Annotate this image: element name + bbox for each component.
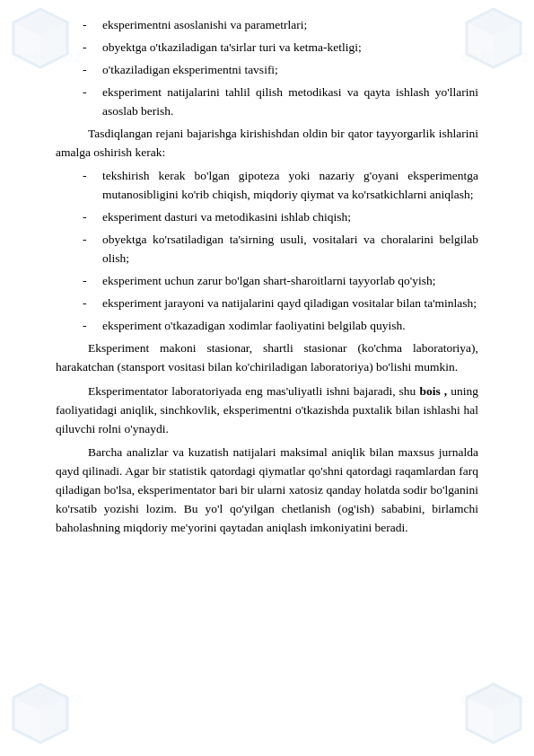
list-item: - eksperimentni asoslanishi va parametrl… [56,16,478,35]
svg-marker-9 [13,684,67,711]
bullet-dash: - [83,167,99,186]
bullet-dash: - [83,231,99,250]
paragraph-4: Barcha analizlar va kuzatish natijalari … [56,444,478,538]
list-item: - tekshirish kerak bo'lgan gipoteza yoki… [56,167,478,205]
paragraph-2: Eksperiment makoni stasionar, shartli st… [56,339,478,377]
paragraph-3-text-before: Eksperimentator laboratoriyada eng mas'u… [88,384,419,398]
bullet-dash: - [83,16,99,35]
bullet-dash: - [83,294,99,313]
page-content: - eksperimentni asoslanishi va parametrl… [0,0,534,570]
bullet-text: eksperimentni asoslanishi va parametrlar… [102,16,478,35]
bullet-text: eksperiment o'tkazadigan xodimlar faoliy… [102,317,478,336]
list-item: - eksperiment jarayoni va natijalarini q… [56,294,478,313]
bullet-text: eksperiment dasturi va metodikasini ishl… [102,208,478,227]
list-item: - eksperiment uchun zarur bo'lgan shart-… [56,272,478,291]
svg-marker-13 [467,684,521,711]
bullet-dash: - [83,317,99,336]
paragraph-1: Tasdiqlangan rejani bajarishga kirishish… [56,125,478,163]
svg-marker-14 [467,698,494,743]
watermark-logo-br [458,680,530,752]
svg-marker-11 [40,698,67,743]
list-item: - obyektga o'tkaziladigan ta'sirlar turi… [56,39,478,57]
bullet-dash: - [83,61,99,80]
bullet-list-1: - eksperimentni asoslanishi va parametrl… [56,16,478,121]
bullet-list-2: - tekshirish kerak bo'lgan gipoteza yoki… [56,167,478,335]
watermark-text-br: oefen.uz [460,686,530,711]
bullet-dash: - [83,208,99,227]
list-item: - eksperiment dasturi va metodikasini is… [56,208,478,227]
bullet-text: obyektga ko'rsatiladigan ta'sirning usul… [102,231,478,268]
bullet-dash: - [83,84,99,102]
svg-marker-10 [13,698,40,743]
list-item: - obyektga ko'rsatiladigan ta'sirning us… [56,231,478,268]
list-item: - eksperiment natijalarini tahlil qilish… [56,84,478,121]
bullet-dash: - [83,272,99,291]
list-item: - o'tkaziladigan eksperimentni tavsifi; [56,61,478,80]
bullet-text: eksperiment natijalarini tahlil qilish m… [102,84,478,121]
svg-marker-15 [494,698,521,743]
bullet-text: tekshirish kerak bo'lgan gipoteza yoki n… [102,167,478,205]
watermark-logo-bl [4,680,76,752]
svg-marker-8 [13,684,67,743]
bullet-text: obyektga o'tkaziladigan ta'sirlar turi v… [102,39,478,57]
bullet-text: eksperiment jarayoni va natijalarini qay… [102,294,478,313]
bullet-text: o'tkaziladigan eksperimentni tavsifi; [102,61,478,80]
list-item: - eksperiment o'tkazadigan xodimlar faol… [56,317,478,336]
watermark-text-bl: oefen.uz [13,686,83,711]
paragraph-3: Eksperimentator laboratoriyada eng mas'u… [56,382,478,439]
bullet-dash: - [83,39,99,57]
bois-text: bois , [419,384,447,398]
bullet-text: eksperiment uchun zarur bo'lgan shart-sh… [102,272,478,291]
svg-marker-12 [467,684,521,743]
